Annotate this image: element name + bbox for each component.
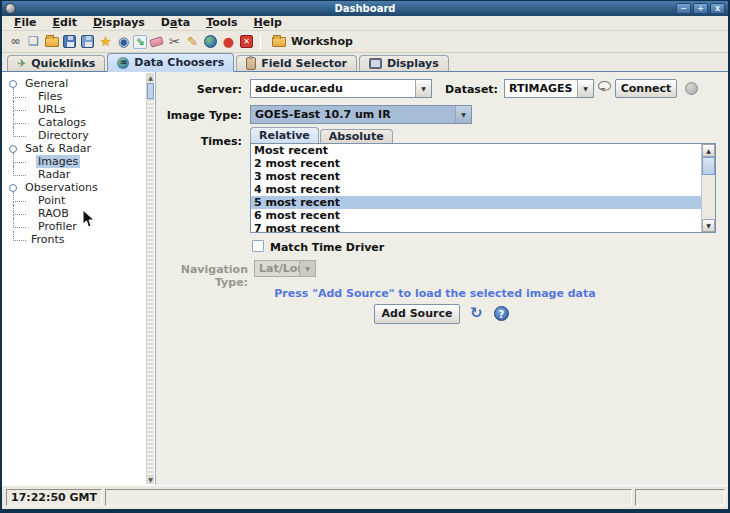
image-type-value: GOES-East 10.7 um IR xyxy=(251,108,455,121)
menu-help[interactable]: Help xyxy=(246,16,290,30)
add-source-button[interactable]: Add Source xyxy=(374,304,460,324)
scroll-thumb[interactable] xyxy=(702,157,715,175)
tab-quicklinks[interactable]: ✈ Quicklinks xyxy=(7,55,105,71)
window-title: Dashboard xyxy=(2,3,728,14)
expander-icon[interactable] xyxy=(9,80,17,88)
edit-pencil-icon[interactable]: ✎ xyxy=(184,33,201,50)
tab-absolute[interactable]: Absolute xyxy=(320,129,393,143)
list-item-selected[interactable]: 5 most recent xyxy=(251,196,701,209)
import-icon[interactable]: ⇘ xyxy=(133,35,147,49)
status-hint-text: Press "Add Source" to load the selected … xyxy=(156,287,714,300)
main-tabs: ✈ Quicklinks ∞ Data Choosers Field Selec… xyxy=(2,53,728,72)
connection-status-light xyxy=(685,82,698,95)
save-bundle-icon[interactable] xyxy=(61,33,78,50)
tree-item-urls[interactable]: URLs xyxy=(9,103,155,116)
workshop-label: Workshop xyxy=(291,35,353,48)
tree-node-sat-radar[interactable]: Sat & Radar xyxy=(9,142,155,155)
workshop-button[interactable]: Workshop xyxy=(267,34,358,49)
server-combobox[interactable]: adde.ucar.edu ▼ xyxy=(250,79,432,98)
list-item[interactable]: 6 most recent xyxy=(251,209,701,222)
scroll-down-icon[interactable]: ▼ xyxy=(147,475,154,484)
menu-data[interactable]: Data xyxy=(153,16,198,30)
choosers-binoculars-icon[interactable]: ∞ xyxy=(7,33,24,50)
menu-displays[interactable]: Displays xyxy=(85,16,153,30)
tab-data-choosers[interactable]: ∞ Data Choosers xyxy=(107,53,234,72)
close-button[interactable]: x xyxy=(710,3,725,14)
server-label: Server: xyxy=(156,83,242,96)
menu-file[interactable]: File xyxy=(6,16,45,30)
tab-displays[interactable]: Displays xyxy=(359,55,449,71)
clock-display: 17:22:50 GMT xyxy=(6,489,102,506)
tab-relative[interactable]: Relative xyxy=(250,127,319,143)
new-display-window-icon[interactable]: ❏ xyxy=(25,33,42,50)
tree-node-general[interactable]: General xyxy=(9,77,155,90)
dataset-info-balloon-icon[interactable] xyxy=(598,81,611,91)
list-item[interactable]: 3 most recent xyxy=(251,170,701,183)
expander-icon[interactable] xyxy=(9,184,17,192)
mouse-cursor xyxy=(82,210,95,229)
tree-item-images[interactable]: Images xyxy=(9,155,155,168)
dataset-combobox[interactable]: RTIMAGES ▼ xyxy=(504,79,594,98)
connect-button[interactable]: Connect xyxy=(615,79,677,98)
help-icon[interactable]: ? xyxy=(494,306,509,321)
navigation-type-label: Navigation Type: xyxy=(156,263,248,289)
menubar: File Edit Displays Data Tools Help xyxy=(2,16,728,31)
chevron-down-icon[interactable]: ▼ xyxy=(455,106,471,123)
open-bundle-folder-icon[interactable] xyxy=(43,33,60,50)
maximize-button[interactable]: + xyxy=(693,3,708,14)
list-item[interactable]: 4 most recent xyxy=(251,183,701,196)
chevron-down-icon[interactable]: ▼ xyxy=(577,80,593,97)
times-tabs: Relative Absolute xyxy=(250,127,394,143)
titlebar[interactable]: Dashboard − + x xyxy=(2,1,728,16)
displays-icon xyxy=(369,58,382,69)
chevron-down-icon: ▼ xyxy=(299,261,315,276)
expander-icon[interactable] xyxy=(9,145,17,153)
data-choosers-icon: ∞ xyxy=(117,57,129,69)
scroll-up-icon[interactable]: ▲ xyxy=(702,144,715,157)
tree-item-catalogs[interactable]: Catalogs xyxy=(9,116,155,129)
chooser-tree: General Files URLs Catalogs Directory Sa… xyxy=(2,72,155,246)
list-item[interactable]: 7 most recent xyxy=(251,222,701,235)
scroll-up-icon[interactable]: ▲ xyxy=(147,73,154,82)
scroll-down-icon[interactable]: ▼ xyxy=(702,219,715,232)
tree-item-point[interactable]: Point xyxy=(9,194,155,207)
tree-node-observations[interactable]: Observations xyxy=(9,181,155,194)
favorites-star-icon[interactable]: ★ xyxy=(97,33,114,50)
support-icon[interactable]: ◉ xyxy=(115,33,132,50)
tree-item-fronts[interactable]: Fronts xyxy=(9,233,155,246)
image-type-label: Image Type: xyxy=(156,109,242,122)
tree-item-directory[interactable]: Directory xyxy=(9,129,155,142)
menu-tools[interactable]: Tools xyxy=(198,16,245,30)
tab-field-selector[interactable]: Field Selector xyxy=(236,55,357,71)
globe-icon[interactable] xyxy=(202,33,219,50)
toolbar-separator xyxy=(260,34,261,50)
content-area: General Files URLs Catalogs Directory Sa… xyxy=(2,72,728,485)
navigation-type-combobox: Lat/Lon ▼ xyxy=(254,260,316,277)
stop-close-icon[interactable]: ✕ xyxy=(238,33,255,50)
dataset-value[interactable]: RTIMAGES xyxy=(505,82,577,95)
memory-status-area xyxy=(635,489,725,506)
list-item[interactable]: 2 most recent xyxy=(251,157,701,170)
scroll-thumb[interactable] xyxy=(147,83,154,99)
minimize-button[interactable]: − xyxy=(676,3,691,14)
eraser-icon[interactable] xyxy=(148,33,165,50)
workshop-folder-icon xyxy=(272,37,286,47)
times-label: Times: xyxy=(156,135,242,148)
cut-scissors-icon[interactable]: ✂ xyxy=(166,33,183,50)
record-icon[interactable]: ● xyxy=(220,33,237,50)
image-chooser-panel: Server: adde.ucar.edu ▼ Dataset: RTIMAGE… xyxy=(156,72,728,485)
tree-scrollbar[interactable]: ▲ ▼ xyxy=(146,73,154,484)
list-item[interactable]: Most recent xyxy=(251,144,701,157)
chevron-down-icon[interactable]: ▼ xyxy=(415,80,431,97)
menu-edit[interactable]: Edit xyxy=(45,16,85,30)
server-value[interactable]: adde.ucar.edu xyxy=(251,82,415,95)
times-scrollbar[interactable]: ▲ ▼ xyxy=(701,144,715,232)
tree-item-files[interactable]: Files xyxy=(9,90,155,103)
chooser-tree-panel: General Files URLs Catalogs Directory Sa… xyxy=(2,72,156,485)
match-time-driver-checkbox[interactable] xyxy=(252,240,264,252)
refresh-icon[interactable]: ↻ xyxy=(470,304,483,322)
match-time-driver-label: Match Time Driver xyxy=(270,241,470,254)
tree-item-radar[interactable]: Radar xyxy=(9,168,155,181)
image-type-combobox[interactable]: GOES-East 10.7 um IR ▼ xyxy=(250,105,472,124)
save-as-icon[interactable] xyxy=(79,33,96,50)
